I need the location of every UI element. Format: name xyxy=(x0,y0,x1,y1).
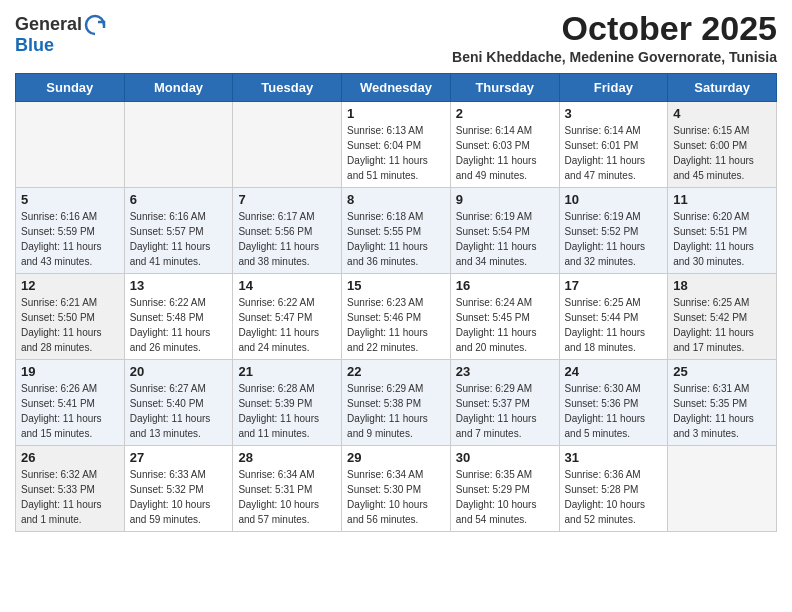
day-detail: Sunrise: 6:34 AM Sunset: 5:31 PM Dayligh… xyxy=(238,467,336,527)
calendar-cell: 31Sunrise: 6:36 AM Sunset: 5:28 PM Dayli… xyxy=(559,446,668,532)
calendar-cell: 10Sunrise: 6:19 AM Sunset: 5:52 PM Dayli… xyxy=(559,188,668,274)
calendar-cell: 1Sunrise: 6:13 AM Sunset: 6:04 PM Daylig… xyxy=(342,102,451,188)
location-subtitle: Beni Kheddache, Medenine Governorate, Tu… xyxy=(452,49,777,65)
day-number: 23 xyxy=(456,364,554,379)
day-detail: Sunrise: 6:28 AM Sunset: 5:39 PM Dayligh… xyxy=(238,381,336,441)
day-detail: Sunrise: 6:19 AM Sunset: 5:52 PM Dayligh… xyxy=(565,209,663,269)
calendar-cell xyxy=(16,102,125,188)
day-detail: Sunrise: 6:30 AM Sunset: 5:36 PM Dayligh… xyxy=(565,381,663,441)
weekday-header-row: SundayMondayTuesdayWednesdayThursdayFrid… xyxy=(16,74,777,102)
day-number: 19 xyxy=(21,364,119,379)
title-block: October 2025 Beni Kheddache, Medenine Go… xyxy=(452,10,777,65)
calendar-container: General Blue October 2025 Beni Kheddache… xyxy=(0,0,792,547)
day-number: 22 xyxy=(347,364,445,379)
week-row-3: 12Sunrise: 6:21 AM Sunset: 5:50 PM Dayli… xyxy=(16,274,777,360)
month-year-title: October 2025 xyxy=(452,10,777,47)
logo-icon xyxy=(84,14,106,36)
week-row-5: 26Sunrise: 6:32 AM Sunset: 5:33 PM Dayli… xyxy=(16,446,777,532)
logo: General Blue xyxy=(15,14,106,56)
day-detail: Sunrise: 6:14 AM Sunset: 6:01 PM Dayligh… xyxy=(565,123,663,183)
day-number: 2 xyxy=(456,106,554,121)
day-number: 21 xyxy=(238,364,336,379)
calendar-cell: 16Sunrise: 6:24 AM Sunset: 5:45 PM Dayli… xyxy=(450,274,559,360)
calendar-cell: 17Sunrise: 6:25 AM Sunset: 5:44 PM Dayli… xyxy=(559,274,668,360)
logo-blue-text: Blue xyxy=(15,35,54,55)
day-number: 8 xyxy=(347,192,445,207)
calendar-cell: 6Sunrise: 6:16 AM Sunset: 5:57 PM Daylig… xyxy=(124,188,233,274)
day-number: 10 xyxy=(565,192,663,207)
day-detail: Sunrise: 6:26 AM Sunset: 5:41 PM Dayligh… xyxy=(21,381,119,441)
calendar-cell: 24Sunrise: 6:30 AM Sunset: 5:36 PM Dayli… xyxy=(559,360,668,446)
calendar-cell: 11Sunrise: 6:20 AM Sunset: 5:51 PM Dayli… xyxy=(668,188,777,274)
calendar-cell: 5Sunrise: 6:16 AM Sunset: 5:59 PM Daylig… xyxy=(16,188,125,274)
day-detail: Sunrise: 6:16 AM Sunset: 5:57 PM Dayligh… xyxy=(130,209,228,269)
day-detail: Sunrise: 6:33 AM Sunset: 5:32 PM Dayligh… xyxy=(130,467,228,527)
header: General Blue October 2025 Beni Kheddache… xyxy=(15,10,777,65)
day-detail: Sunrise: 6:14 AM Sunset: 6:03 PM Dayligh… xyxy=(456,123,554,183)
day-number: 11 xyxy=(673,192,771,207)
day-number: 7 xyxy=(238,192,336,207)
day-detail: Sunrise: 6:25 AM Sunset: 5:44 PM Dayligh… xyxy=(565,295,663,355)
calendar-cell: 25Sunrise: 6:31 AM Sunset: 5:35 PM Dayli… xyxy=(668,360,777,446)
day-number: 18 xyxy=(673,278,771,293)
day-number: 6 xyxy=(130,192,228,207)
day-number: 12 xyxy=(21,278,119,293)
calendar-cell: 21Sunrise: 6:28 AM Sunset: 5:39 PM Dayli… xyxy=(233,360,342,446)
week-row-1: 1Sunrise: 6:13 AM Sunset: 6:04 PM Daylig… xyxy=(16,102,777,188)
day-detail: Sunrise: 6:36 AM Sunset: 5:28 PM Dayligh… xyxy=(565,467,663,527)
calendar-cell xyxy=(233,102,342,188)
calendar-cell: 27Sunrise: 6:33 AM Sunset: 5:32 PM Dayli… xyxy=(124,446,233,532)
calendar-cell xyxy=(668,446,777,532)
day-number: 31 xyxy=(565,450,663,465)
day-number: 17 xyxy=(565,278,663,293)
calendar-cell: 14Sunrise: 6:22 AM Sunset: 5:47 PM Dayli… xyxy=(233,274,342,360)
calendar-cell: 23Sunrise: 6:29 AM Sunset: 5:37 PM Dayli… xyxy=(450,360,559,446)
day-detail: Sunrise: 6:20 AM Sunset: 5:51 PM Dayligh… xyxy=(673,209,771,269)
calendar-cell: 20Sunrise: 6:27 AM Sunset: 5:40 PM Dayli… xyxy=(124,360,233,446)
day-detail: Sunrise: 6:16 AM Sunset: 5:59 PM Dayligh… xyxy=(21,209,119,269)
day-detail: Sunrise: 6:19 AM Sunset: 5:54 PM Dayligh… xyxy=(456,209,554,269)
calendar-cell: 4Sunrise: 6:15 AM Sunset: 6:00 PM Daylig… xyxy=(668,102,777,188)
calendar-cell: 7Sunrise: 6:17 AM Sunset: 5:56 PM Daylig… xyxy=(233,188,342,274)
day-number: 9 xyxy=(456,192,554,207)
day-number: 1 xyxy=(347,106,445,121)
day-number: 27 xyxy=(130,450,228,465)
day-detail: Sunrise: 6:18 AM Sunset: 5:55 PM Dayligh… xyxy=(347,209,445,269)
weekday-header-friday: Friday xyxy=(559,74,668,102)
day-number: 24 xyxy=(565,364,663,379)
calendar-cell: 3Sunrise: 6:14 AM Sunset: 6:01 PM Daylig… xyxy=(559,102,668,188)
day-detail: Sunrise: 6:29 AM Sunset: 5:37 PM Dayligh… xyxy=(456,381,554,441)
calendar-cell: 18Sunrise: 6:25 AM Sunset: 5:42 PM Dayli… xyxy=(668,274,777,360)
weekday-header-tuesday: Tuesday xyxy=(233,74,342,102)
day-detail: Sunrise: 6:22 AM Sunset: 5:48 PM Dayligh… xyxy=(130,295,228,355)
day-detail: Sunrise: 6:15 AM Sunset: 6:00 PM Dayligh… xyxy=(673,123,771,183)
calendar-cell: 28Sunrise: 6:34 AM Sunset: 5:31 PM Dayli… xyxy=(233,446,342,532)
week-row-2: 5Sunrise: 6:16 AM Sunset: 5:59 PM Daylig… xyxy=(16,188,777,274)
calendar-cell: 2Sunrise: 6:14 AM Sunset: 6:03 PM Daylig… xyxy=(450,102,559,188)
weekday-header-thursday: Thursday xyxy=(450,74,559,102)
day-number: 25 xyxy=(673,364,771,379)
weekday-header-sunday: Sunday xyxy=(16,74,125,102)
day-number: 15 xyxy=(347,278,445,293)
day-detail: Sunrise: 6:24 AM Sunset: 5:45 PM Dayligh… xyxy=(456,295,554,355)
day-number: 3 xyxy=(565,106,663,121)
day-number: 13 xyxy=(130,278,228,293)
day-detail: Sunrise: 6:31 AM Sunset: 5:35 PM Dayligh… xyxy=(673,381,771,441)
calendar-cell: 13Sunrise: 6:22 AM Sunset: 5:48 PM Dayli… xyxy=(124,274,233,360)
day-number: 4 xyxy=(673,106,771,121)
calendar-cell: 29Sunrise: 6:34 AM Sunset: 5:30 PM Dayli… xyxy=(342,446,451,532)
calendar-table: SundayMondayTuesdayWednesdayThursdayFrid… xyxy=(15,73,777,532)
calendar-cell: 26Sunrise: 6:32 AM Sunset: 5:33 PM Dayli… xyxy=(16,446,125,532)
calendar-cell: 22Sunrise: 6:29 AM Sunset: 5:38 PM Dayli… xyxy=(342,360,451,446)
weekday-header-monday: Monday xyxy=(124,74,233,102)
day-detail: Sunrise: 6:25 AM Sunset: 5:42 PM Dayligh… xyxy=(673,295,771,355)
weekday-header-saturday: Saturday xyxy=(668,74,777,102)
day-number: 16 xyxy=(456,278,554,293)
calendar-cell: 8Sunrise: 6:18 AM Sunset: 5:55 PM Daylig… xyxy=(342,188,451,274)
day-number: 5 xyxy=(21,192,119,207)
day-detail: Sunrise: 6:34 AM Sunset: 5:30 PM Dayligh… xyxy=(347,467,445,527)
day-detail: Sunrise: 6:23 AM Sunset: 5:46 PM Dayligh… xyxy=(347,295,445,355)
day-detail: Sunrise: 6:13 AM Sunset: 6:04 PM Dayligh… xyxy=(347,123,445,183)
calendar-cell: 30Sunrise: 6:35 AM Sunset: 5:29 PM Dayli… xyxy=(450,446,559,532)
day-detail: Sunrise: 6:17 AM Sunset: 5:56 PM Dayligh… xyxy=(238,209,336,269)
